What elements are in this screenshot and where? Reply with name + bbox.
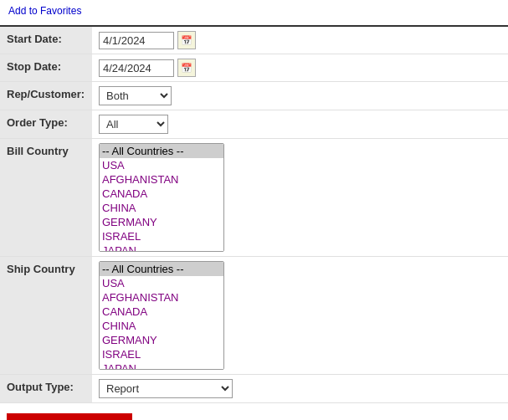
start-date-label: Start Date: [0,27,92,54]
rep-customer-row: Rep/Customer: BothRepCustomer [0,82,508,110]
ship-country-row: Ship Country -- All Countries --USAAFGHA… [0,257,508,375]
ship-country-list-wrapper: -- All Countries --USAAFGHANISTANCANADAC… [99,261,501,370]
rep-customer-select[interactable]: BothRepCustomer [99,86,172,105]
output-type-select[interactable]: ReportExcelCSV [99,379,233,398]
start-date-input[interactable] [99,32,174,49]
start-date-row: Start Date: 📅 [0,27,508,54]
bill-country-list[interactable]: -- All Countries --USAAFGHANISTANCANADAC… [99,143,224,252]
stop-date-input[interactable] [99,59,174,77]
output-type-label: Output Type: [0,375,92,403]
order-type-select[interactable]: AllStandardRush [99,115,168,134]
ship-country-label: Ship Country [0,257,92,375]
output-type-row: Output Type: ReportExcelCSV [0,375,508,403]
ship-country-list[interactable]: -- All Countries --USAAFGHANISTANCANADAC… [99,261,224,370]
form-table: Start Date: 📅 Stop Date: 📅 Rep/Customer: [0,27,508,403]
start-date-calendar-icon[interactable]: 📅 [177,31,196,49]
rep-customer-label: Rep/Customer: [0,82,92,110]
page-title [0,18,508,27]
order-type-row: Order Type: AllStandardRush [0,110,508,139]
stop-date-label: Stop Date: [0,54,92,82]
generate-report-button[interactable]: Generate Report [7,413,132,420]
stop-date-calendar-icon[interactable]: 📅 [177,59,196,77]
order-type-label: Order Type: [0,110,92,139]
bill-country-row: Bill Country -- All Countries --USAAFGHA… [0,139,508,257]
bill-country-list-wrapper: -- All Countries --USAAFGHANISTANCANADAC… [99,143,501,252]
add-to-favorites-link[interactable]: Add to Favorites [0,0,508,18]
bill-country-label: Bill Country [0,139,92,257]
stop-date-row: Stop Date: 📅 [0,54,508,82]
